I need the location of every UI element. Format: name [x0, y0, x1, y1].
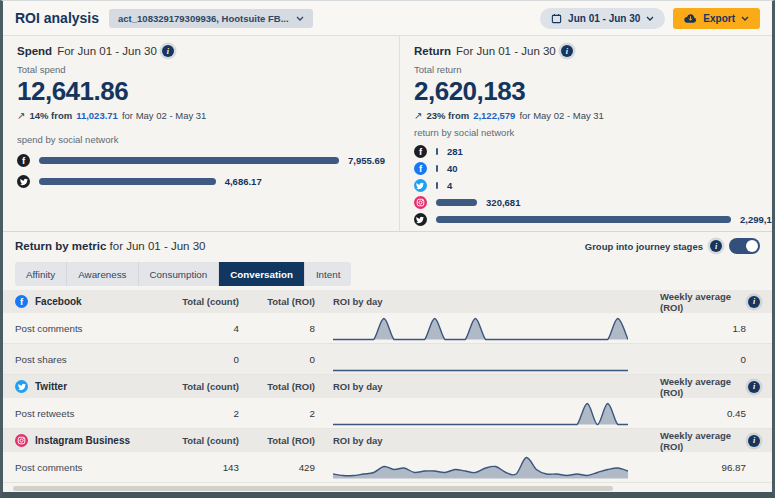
metric-sparkline-cell — [315, 315, 660, 341]
return-delta: ↗ 23% from 2,122,579 for May 02 - May 31 — [414, 110, 775, 121]
network-bar — [436, 182, 438, 189]
twitter-dark-icon — [414, 213, 427, 226]
journey-stage-control: Group into journey stages i — [585, 238, 760, 254]
spend-title: Spend — [17, 45, 52, 57]
metric-weekly-average: 96.87 — [660, 462, 760, 473]
col-total-count: Total (count) — [173, 296, 239, 307]
network-bar-value: 320,681 — [486, 197, 520, 208]
metric-total-roi: 0 — [239, 354, 315, 365]
col-weekly-average-label: Weekly average (ROI) — [660, 291, 743, 313]
metric-label: Post retweets — [15, 408, 173, 419]
col-weekly-average-label: Weekly average (ROI) — [660, 430, 743, 452]
return-network-bars: f281f404320,6812,299,177 — [414, 143, 775, 228]
return-delta-pct: 23% from — [426, 110, 469, 121]
tab-conversation[interactable]: Conversation — [219, 262, 305, 286]
info-icon[interactable]: i — [710, 240, 722, 252]
roi-sparkline — [333, 454, 628, 480]
calendar-icon — [551, 13, 562, 24]
topbar-actions: Jun 01 - Jun 30 Export — [540, 8, 760, 29]
total-spend-label: Total spend — [17, 64, 385, 75]
col-total-roi: Total (ROI) — [239, 381, 315, 392]
info-icon[interactable]: i — [748, 381, 760, 393]
metric-row-twitter-post-retweets: Post retweets220.45 — [3, 398, 772, 429]
tab-consumption[interactable]: Consumption — [139, 262, 220, 286]
col-weekly-average: Weekly average (ROI)i — [660, 291, 760, 313]
tab-affinity[interactable]: Affinity — [15, 262, 67, 286]
network-bar-row-facebook: f7,955.69 — [17, 150, 385, 171]
network-bar — [436, 216, 731, 223]
spend-period: For Jun 01 - Jun 30 — [57, 45, 157, 57]
network-bar-row-facebook-dark: f281 — [414, 143, 775, 160]
metric-row-instagram-business-post-comments: Post comments14342996.87 — [3, 452, 772, 483]
metric-label: Post shares — [15, 354, 173, 365]
col-total-roi: Total (ROI) — [239, 296, 315, 307]
spend-delta-pct: 14% from — [29, 110, 72, 121]
info-icon[interactable]: i — [162, 45, 174, 57]
twitter-dark-icon — [17, 175, 30, 188]
network-bar — [436, 165, 438, 172]
network-bar — [39, 157, 339, 164]
metric-weekly-average: 0.45 — [660, 408, 760, 419]
group-header-twitter: TwitterTotal (count)Total (ROI)ROI by da… — [3, 375, 772, 398]
metric-total-roi: 429 — [239, 462, 315, 473]
roi-sparkline — [333, 400, 628, 426]
metric-row-facebook-post-shares: Post shares000 — [3, 344, 772, 375]
trend-up-icon: ↗ — [414, 110, 422, 121]
return-delta-prev-link[interactable]: 2,122,579 — [473, 110, 515, 121]
facebook-dark-icon: f — [17, 154, 30, 167]
roi-analysis-window: ROI analysis act_108329179309936, Hootsu… — [0, 0, 775, 498]
network-bar-value: 40 — [447, 163, 458, 174]
metric-tabs: AffinityAwarenessConsumptionConversation… — [15, 262, 351, 286]
col-roi-by-day: ROI by day — [315, 381, 660, 392]
network-bar-value: 4,686.17 — [225, 176, 262, 187]
date-range-picker[interactable]: Jun 01 - Jun 30 — [540, 8, 665, 29]
export-button-label: Export — [703, 13, 735, 24]
metric-label: Post comments — [15, 323, 173, 334]
network-bar-value: 7,955.69 — [348, 155, 385, 166]
return-delta-period: for May 02 - May 31 — [519, 110, 603, 121]
col-total-count: Total (count) — [173, 435, 239, 446]
network-bar-row-twitter-dark: 2,299,177 — [414, 211, 775, 228]
summary-cards: Spend For Jun 01 - Jun 30 i Total spend … — [3, 36, 772, 232]
chevron-down-icon — [646, 16, 654, 21]
return-period: For Jun 01 - Jun 30 — [456, 45, 556, 57]
facebook-blue-icon: f — [414, 162, 427, 175]
return-bars-label: return by social network — [414, 127, 775, 138]
return-card: Return For Jun 01 - Jun 30 i Total retur… — [400, 36, 775, 231]
horizontal-scrollbar-thumb[interactable] — [13, 486, 613, 491]
info-icon[interactable]: i — [748, 296, 760, 308]
instagram-icon — [15, 434, 28, 447]
twitter-blue-icon — [15, 380, 28, 393]
tab-intent[interactable]: Intent — [305, 262, 352, 286]
metric-weekly-average: 0 — [660, 354, 760, 365]
metric-total-count: 2 — [173, 408, 239, 419]
total-return-value: 2,620,183 — [414, 76, 775, 107]
spend-delta: ↗ 14% from 11,023.71 for May 02 - May 31 — [17, 110, 385, 121]
metric-total-count: 4 — [173, 323, 239, 334]
chevron-down-icon — [296, 16, 304, 21]
tab-awareness[interactable]: Awareness — [67, 262, 138, 286]
spend-delta-prev-link[interactable]: 11,023.71 — [76, 110, 118, 121]
twitter-blue-icon — [414, 179, 427, 192]
journey-toggle-label: Group into journey stages — [585, 241, 703, 252]
metric-section-title-bold: Return by metric — [15, 240, 106, 252]
network-bar-value: 281 — [447, 146, 463, 157]
metric-total-count: 143 — [173, 462, 239, 473]
topbar: ROI analysis act_108329179309936, Hootsu… — [3, 1, 772, 36]
metric-total-count: 0 — [173, 354, 239, 365]
group-network: fFacebook — [15, 295, 173, 308]
network-bar-value: 2,299,177 — [740, 214, 775, 225]
group-network: Instagram Business — [15, 434, 173, 447]
network-bar-value: 4 — [447, 180, 452, 191]
journey-stage-toggle[interactable] — [729, 238, 760, 254]
network-bar — [436, 199, 477, 206]
account-selector[interactable]: act_108329179309936, Hootsuite FB... — [109, 9, 313, 28]
col-total-count: Total (count) — [173, 381, 239, 392]
toggle-knob — [746, 240, 758, 252]
trend-up-icon: ↗ — [17, 110, 25, 121]
info-icon[interactable]: i — [561, 45, 573, 57]
col-weekly-average: Weekly average (ROI)i — [660, 430, 760, 452]
info-icon[interactable]: i — [748, 435, 760, 447]
account-selector-label: act_108329179309936, Hootsuite FB... — [118, 13, 289, 24]
export-button[interactable]: Export — [673, 8, 760, 29]
